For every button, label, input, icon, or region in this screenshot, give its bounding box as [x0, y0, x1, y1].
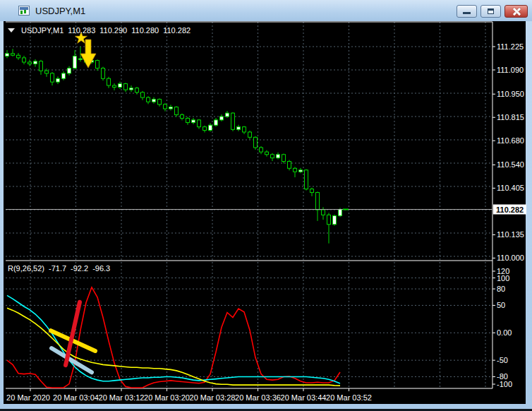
- price-axis-label: 110.950: [497, 90, 524, 98]
- header-high: 110.290: [99, 26, 127, 35]
- time-axis-label: 20 Mar 03:20: [144, 393, 190, 402]
- indicator-value-2: -92.2: [71, 264, 88, 273]
- price-axis-label: 110.680: [497, 136, 524, 145]
- close-icon: [512, 8, 521, 16]
- current-price-tag: 110.282: [496, 206, 524, 214]
- price-axis-label: 110.135: [497, 230, 524, 239]
- main-chart-header: USDJPY,M1 110.283 110.290 110.280 110.28…: [8, 26, 191, 35]
- time-axis-label: 20 Mar 03:52: [326, 393, 372, 402]
- price-axis-label: 111.090: [497, 66, 524, 74]
- panel-frames: [6, 22, 492, 388]
- price-axis-label: 111.225: [497, 42, 524, 51]
- indicator-axis-label: -50: [497, 356, 508, 364]
- header-symbol: USDJPY,M1: [21, 26, 64, 35]
- minimize-icon: [463, 12, 471, 14]
- window-controls: [457, 5, 528, 18]
- price-axis-label: 110.000: [497, 254, 524, 262]
- header-low: 110.280: [131, 26, 159, 35]
- indicator-value-1: -71.7: [49, 264, 66, 273]
- indicator-value-3: -96.3: [92, 264, 110, 273]
- time-axis-label: 20 Mar 03:12: [99, 393, 145, 402]
- close-button[interactable]: [504, 5, 528, 18]
- time-axis[interactable]: 20 Mar 202020 Mar 03:0420 Mar 03:1220 Ma…: [6, 388, 372, 402]
- candles: [6, 47, 342, 244]
- time-axis-label: 20 Mar 2020: [6, 393, 50, 402]
- minimize-button[interactable]: [457, 5, 477, 18]
- price-axis-label: 110.540: [497, 160, 524, 169]
- title-bar[interactable]: USDJPY,M1: [0, 0, 532, 21]
- time-axis-label: 20 Mar 03:36: [235, 393, 281, 402]
- time-axis-label: 20 Mar 03:04: [53, 393, 99, 402]
- time-axis-label: 20 Mar 03:28: [190, 393, 236, 402]
- down-arrow-annotation: [80, 40, 96, 68]
- indicator-line-R-slow: [7, 308, 340, 386]
- indicator-line-R-fast: [7, 287, 340, 388]
- indicator-axis-label: 80: [497, 285, 505, 293]
- restore-icon: [488, 8, 494, 14]
- header-open: 110.283: [68, 26, 95, 35]
- indicator-axis-label: 100: [497, 274, 509, 282]
- time-axis-label: 20 Mar 03:44: [281, 393, 327, 402]
- header-close: 110.282: [163, 26, 191, 35]
- price-axis-label: 110.815: [497, 113, 524, 121]
- indicator-axis-label: 0.00: [497, 328, 512, 337]
- price-axis[interactable]: 111.225111.090110.950110.815110.680110.5…: [492, 42, 526, 262]
- restore-button[interactable]: [480, 5, 501, 18]
- indicator-name: R(9,26,52): [8, 264, 44, 273]
- indicator-header: R(9,26,52) -71.7 -92.2 -96.3: [8, 264, 110, 273]
- window-title: USDJPY,M1: [35, 6, 85, 16]
- price-axis-label: 110.405: [497, 184, 524, 192]
- indicator-axis-label: 50: [497, 301, 505, 309]
- chart-window: USDJPY,M1 111.225111.090110.950110.81511…: [0, 0, 532, 411]
- grid-lines: [6, 22, 492, 388]
- indicator-axis-label: -100: [497, 380, 512, 388]
- chart-window-icon: [18, 6, 30, 16]
- indicator-axis[interactable]: 12010080500.00-50-80-100: [492, 267, 512, 388]
- indicator-lines: [7, 287, 340, 388]
- symbol-dropdown-icon[interactable]: [8, 28, 15, 32]
- chart-canvas[interactable]: 111.225111.090110.950110.815110.680110.5…: [0, 0, 532, 411]
